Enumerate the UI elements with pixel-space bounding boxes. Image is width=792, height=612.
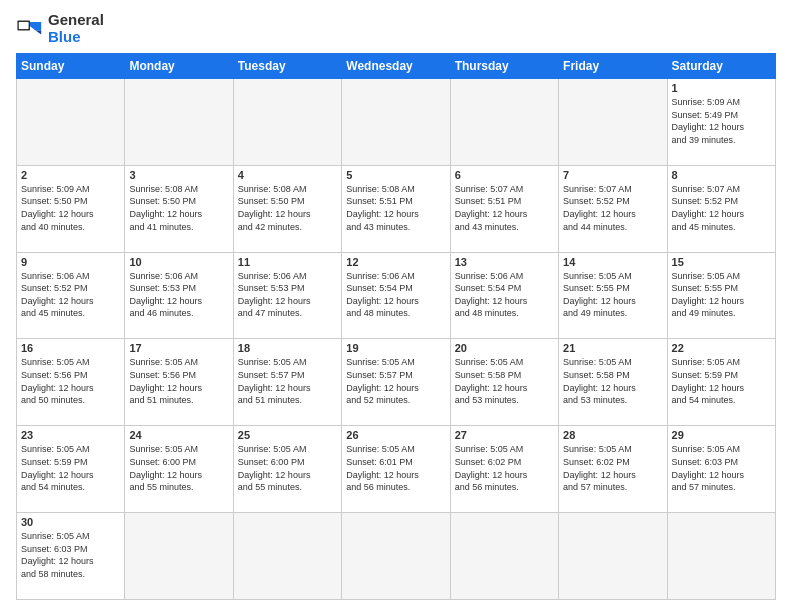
calendar-day-cell <box>450 79 558 166</box>
day-info: Sunrise: 5:05 AMSunset: 5:56 PMDaylight:… <box>21 356 120 406</box>
calendar-day-cell: 11Sunrise: 5:06 AMSunset: 5:53 PMDayligh… <box>233 252 341 339</box>
weekday-header: Monday <box>125 54 233 79</box>
day-info: Sunrise: 5:05 AMSunset: 5:56 PMDaylight:… <box>129 356 228 406</box>
calendar-day-cell: 26Sunrise: 5:05 AMSunset: 6:01 PMDayligh… <box>342 426 450 513</box>
calendar-day-cell: 17Sunrise: 5:05 AMSunset: 5:56 PMDayligh… <box>125 339 233 426</box>
calendar-day-cell: 18Sunrise: 5:05 AMSunset: 5:57 PMDayligh… <box>233 339 341 426</box>
day-number: 14 <box>563 256 662 268</box>
calendar-day-cell: 5Sunrise: 5:08 AMSunset: 5:51 PMDaylight… <box>342 165 450 252</box>
calendar-day-cell <box>233 79 341 166</box>
calendar-week-row: 16Sunrise: 5:05 AMSunset: 5:56 PMDayligh… <box>17 339 776 426</box>
weekday-header: Friday <box>559 54 667 79</box>
day-number: 20 <box>455 342 554 354</box>
calendar-body: 1Sunrise: 5:09 AMSunset: 5:49 PMDaylight… <box>17 79 776 600</box>
day-info: Sunrise: 5:09 AMSunset: 5:50 PMDaylight:… <box>21 183 120 233</box>
logo: General Blue <box>16 12 104 45</box>
day-info: Sunrise: 5:08 AMSunset: 5:51 PMDaylight:… <box>346 183 445 233</box>
day-info: Sunrise: 5:06 AMSunset: 5:54 PMDaylight:… <box>455 270 554 320</box>
day-info: Sunrise: 5:05 AMSunset: 5:55 PMDaylight:… <box>672 270 771 320</box>
calendar-day-cell <box>559 513 667 600</box>
day-number: 17 <box>129 342 228 354</box>
calendar-day-cell: 10Sunrise: 5:06 AMSunset: 5:53 PMDayligh… <box>125 252 233 339</box>
calendar-day-cell: 2Sunrise: 5:09 AMSunset: 5:50 PMDaylight… <box>17 165 125 252</box>
weekday-header: Wednesday <box>342 54 450 79</box>
day-number: 29 <box>672 429 771 441</box>
day-info: Sunrise: 5:05 AMSunset: 6:00 PMDaylight:… <box>238 443 337 493</box>
weekday-header: Thursday <box>450 54 558 79</box>
weekday-header: Sunday <box>17 54 125 79</box>
weekday-header: Tuesday <box>233 54 341 79</box>
day-info: Sunrise: 5:09 AMSunset: 5:49 PMDaylight:… <box>672 96 771 146</box>
calendar-day-cell: 3Sunrise: 5:08 AMSunset: 5:50 PMDaylight… <box>125 165 233 252</box>
day-info: Sunrise: 5:05 AMSunset: 6:00 PMDaylight:… <box>129 443 228 493</box>
day-number: 13 <box>455 256 554 268</box>
day-info: Sunrise: 5:06 AMSunset: 5:53 PMDaylight:… <box>129 270 228 320</box>
calendar-day-cell: 16Sunrise: 5:05 AMSunset: 5:56 PMDayligh… <box>17 339 125 426</box>
day-number: 6 <box>455 169 554 181</box>
day-info: Sunrise: 5:05 AMSunset: 6:02 PMDaylight:… <box>455 443 554 493</box>
calendar-day-cell <box>17 79 125 166</box>
calendar-day-cell: 27Sunrise: 5:05 AMSunset: 6:02 PMDayligh… <box>450 426 558 513</box>
calendar-day-cell: 14Sunrise: 5:05 AMSunset: 5:55 PMDayligh… <box>559 252 667 339</box>
day-number: 27 <box>455 429 554 441</box>
calendar-table: SundayMondayTuesdayWednesdayThursdayFrid… <box>16 53 776 600</box>
day-info: Sunrise: 5:06 AMSunset: 5:52 PMDaylight:… <box>21 270 120 320</box>
day-number: 24 <box>129 429 228 441</box>
header: General Blue <box>16 12 776 45</box>
calendar-day-cell <box>667 513 775 600</box>
day-number: 3 <box>129 169 228 181</box>
page: General Blue SundayMondayTuesdayWednesda… <box>0 0 792 612</box>
weekday-row: SundayMondayTuesdayWednesdayThursdayFrid… <box>17 54 776 79</box>
day-info: Sunrise: 5:05 AMSunset: 6:02 PMDaylight:… <box>563 443 662 493</box>
day-number: 15 <box>672 256 771 268</box>
logo-text: General Blue <box>48 12 104 45</box>
calendar-day-cell <box>125 79 233 166</box>
day-number: 30 <box>21 516 120 528</box>
day-info: Sunrise: 5:05 AMSunset: 6:03 PMDaylight:… <box>672 443 771 493</box>
day-number: 23 <box>21 429 120 441</box>
day-info: Sunrise: 5:05 AMSunset: 5:59 PMDaylight:… <box>21 443 120 493</box>
day-number: 25 <box>238 429 337 441</box>
calendar-day-cell <box>450 513 558 600</box>
day-info: Sunrise: 5:08 AMSunset: 5:50 PMDaylight:… <box>238 183 337 233</box>
day-number: 16 <box>21 342 120 354</box>
day-info: Sunrise: 5:05 AMSunset: 5:55 PMDaylight:… <box>563 270 662 320</box>
calendar-day-cell <box>233 513 341 600</box>
calendar-day-cell: 6Sunrise: 5:07 AMSunset: 5:51 PMDaylight… <box>450 165 558 252</box>
day-number: 12 <box>346 256 445 268</box>
day-number: 7 <box>563 169 662 181</box>
day-info: Sunrise: 5:05 AMSunset: 5:57 PMDaylight:… <box>346 356 445 406</box>
svg-marker-3 <box>36 30 42 34</box>
day-number: 4 <box>238 169 337 181</box>
day-info: Sunrise: 5:05 AMSunset: 6:03 PMDaylight:… <box>21 530 120 580</box>
calendar-day-cell: 24Sunrise: 5:05 AMSunset: 6:00 PMDayligh… <box>125 426 233 513</box>
calendar-day-cell <box>559 79 667 166</box>
calendar-day-cell: 29Sunrise: 5:05 AMSunset: 6:03 PMDayligh… <box>667 426 775 513</box>
day-number: 19 <box>346 342 445 354</box>
day-info: Sunrise: 5:05 AMSunset: 5:58 PMDaylight:… <box>563 356 662 406</box>
calendar-week-row: 23Sunrise: 5:05 AMSunset: 5:59 PMDayligh… <box>17 426 776 513</box>
svg-rect-1 <box>19 22 29 29</box>
calendar-header: SundayMondayTuesdayWednesdayThursdayFrid… <box>17 54 776 79</box>
day-info: Sunrise: 5:07 AMSunset: 5:51 PMDaylight:… <box>455 183 554 233</box>
calendar-week-row: 9Sunrise: 5:06 AMSunset: 5:52 PMDaylight… <box>17 252 776 339</box>
calendar-day-cell: 13Sunrise: 5:06 AMSunset: 5:54 PMDayligh… <box>450 252 558 339</box>
calendar-day-cell: 15Sunrise: 5:05 AMSunset: 5:55 PMDayligh… <box>667 252 775 339</box>
calendar-day-cell <box>342 513 450 600</box>
day-info: Sunrise: 5:06 AMSunset: 5:54 PMDaylight:… <box>346 270 445 320</box>
day-info: Sunrise: 5:05 AMSunset: 5:57 PMDaylight:… <box>238 356 337 406</box>
calendar-day-cell: 20Sunrise: 5:05 AMSunset: 5:58 PMDayligh… <box>450 339 558 426</box>
day-info: Sunrise: 5:07 AMSunset: 5:52 PMDaylight:… <box>672 183 771 233</box>
day-number: 21 <box>563 342 662 354</box>
day-info: Sunrise: 5:08 AMSunset: 5:50 PMDaylight:… <box>129 183 228 233</box>
day-number: 26 <box>346 429 445 441</box>
day-number: 8 <box>672 169 771 181</box>
calendar-day-cell: 19Sunrise: 5:05 AMSunset: 5:57 PMDayligh… <box>342 339 450 426</box>
day-info: Sunrise: 5:06 AMSunset: 5:53 PMDaylight:… <box>238 270 337 320</box>
day-number: 22 <box>672 342 771 354</box>
day-number: 1 <box>672 82 771 94</box>
day-info: Sunrise: 5:05 AMSunset: 6:01 PMDaylight:… <box>346 443 445 493</box>
calendar-day-cell: 8Sunrise: 5:07 AMSunset: 5:52 PMDaylight… <box>667 165 775 252</box>
day-number: 28 <box>563 429 662 441</box>
calendar-day-cell: 22Sunrise: 5:05 AMSunset: 5:59 PMDayligh… <box>667 339 775 426</box>
